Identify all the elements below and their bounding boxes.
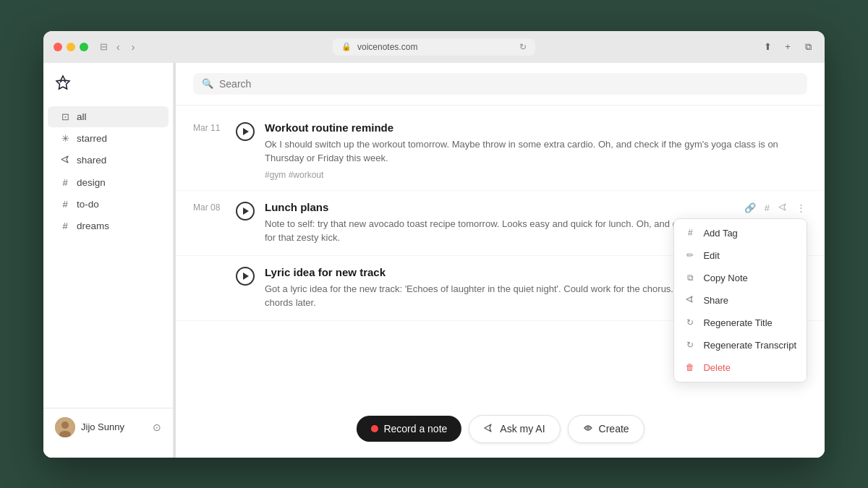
user-name: Jijo Sunny (81, 421, 124, 432)
copy-icon: ⧉ (684, 273, 696, 283)
svg-point-1 (61, 421, 69, 429)
ai-icon (484, 423, 494, 435)
list-item[interactable]: Mar 11 Workout routine reminde Ok I shou… (176, 111, 825, 191)
edit-label: Edit (703, 250, 719, 261)
traffic-lights (54, 43, 88, 51)
settings-icon[interactable]: ⊙ (153, 421, 161, 433)
sidebar-toggle-icon[interactable]: ⊟ (100, 41, 108, 52)
maximize-button[interactable] (80, 43, 88, 51)
starred-icon: ✳ (59, 133, 71, 144)
ai-label: Ask my AI (500, 423, 545, 435)
context-menu-copy[interactable]: ⧉ Copy Note (674, 267, 807, 289)
copy-label: Copy Note (703, 273, 747, 283)
context-menu: # Add Tag ✏ Edit ⧉ Copy Note (673, 218, 807, 382)
note-actions-2: 🔗 # ⋮ (743, 201, 807, 215)
nav-icons: ⊟ (100, 41, 108, 52)
note-body-1: Workout routine reminde Ok I should swit… (265, 121, 807, 180)
dreams-icon: # (59, 221, 71, 231)
app-logo (43, 74, 173, 106)
notes-list: Mar 11 Workout routine reminde Ok I shou… (176, 106, 825, 458)
minimize-button[interactable] (67, 43, 75, 51)
edit-icon: ✏ (684, 250, 696, 260)
share-icon[interactable]: ⬆ (761, 40, 774, 53)
add-tag-icon: # (684, 228, 696, 238)
note-text-1: Ok I should switch up the workout tomorr… (265, 137, 807, 166)
context-menu-share[interactable]: Share (674, 289, 807, 312)
context-menu-delete[interactable]: 🗑 Delete (674, 356, 807, 379)
play-button-1[interactable] (236, 122, 255, 141)
link-icon[interactable]: 🔗 (743, 201, 757, 215)
sidebar-item-dreams-label: dreams (77, 221, 109, 231)
play-icon-1 (243, 128, 249, 135)
sidebar-item-dreams[interactable]: # dreams (48, 215, 169, 236)
delete-icon: 🗑 (684, 362, 696, 372)
close-button[interactable] (54, 43, 62, 51)
browser-window: ⊟ ‹ › 🔒 voicenotes.com ↻ ⬆ + ⧉ (43, 31, 825, 458)
play-icon-2 (243, 207, 249, 215)
forward-button[interactable]: › (129, 40, 138, 54)
sidebar-item-all-label: all (77, 111, 87, 122)
back-button[interactable]: ‹ (114, 40, 123, 54)
create-button[interactable]: Create (568, 415, 644, 443)
lock-icon: 🔒 (341, 42, 352, 51)
todo-icon: # (59, 199, 71, 210)
tag-action-icon[interactable]: # (763, 201, 771, 215)
play-button-2[interactable] (236, 202, 255, 221)
avatar (55, 417, 75, 437)
context-menu-edit[interactable]: ✏ Edit (674, 244, 807, 267)
share-label: Share (703, 295, 728, 306)
shared-icon (59, 155, 71, 166)
play-icon-3 (243, 273, 249, 280)
record-label: Record a note (383, 423, 447, 435)
regen-transcript-icon: ↻ (684, 340, 696, 350)
sidebar-item-todo[interactable]: # to-do (48, 194, 169, 215)
search-input-wrap: 🔍 (193, 73, 807, 95)
context-menu-add-tag[interactable]: # Add Tag (674, 222, 807, 244)
bottom-toolbar: Record a note Ask my AI (356, 415, 644, 443)
sidebar: ⊡ all ✳ starred shared (43, 63, 174, 458)
tabs-icon[interactable]: ⧉ (801, 40, 814, 53)
title-bar-right: ⬆ + ⧉ (761, 40, 814, 53)
note-date-3 (193, 266, 226, 310)
sidebar-item-starred[interactable]: ✳ starred (48, 128, 169, 149)
share-action-icon[interactable] (777, 201, 789, 215)
url-text: voicenotes.com (357, 42, 417, 52)
play-button-3[interactable] (236, 267, 255, 286)
sidebar-item-design[interactable]: # design (48, 172, 169, 193)
record-button[interactable]: Record a note (356, 416, 461, 442)
regen-title-label: Regenerate Title (703, 317, 772, 328)
regen-transcript-label: Regenerate Transcript (703, 340, 796, 351)
main-content: 🔍 Mar 11 Workout routine reminde Ok I sh… (176, 63, 825, 458)
note-date-2: Mar 08 (193, 201, 226, 245)
note-title-2: Lunch plans (265, 201, 807, 213)
record-dot (370, 425, 378, 432)
sidebar-item-todo-label: to-do (77, 199, 99, 210)
address-bar[interactable]: 🔒 voicenotes.com ↻ (333, 38, 535, 56)
list-item[interactable]: Mar 08 Lunch plans Note to self: try tha… (176, 191, 825, 256)
sidebar-nav: ⊡ all ✳ starred shared (43, 106, 173, 408)
context-menu-regen-transcript[interactable]: ↻ Regenerate Transcript (674, 334, 807, 356)
sidebar-item-design-label: design (77, 177, 106, 188)
all-icon: ⊡ (59, 111, 71, 122)
regen-title-icon: ↻ (684, 317, 696, 328)
note-title-1: Workout routine reminde (265, 121, 807, 134)
sidebar-item-shared-label: shared (77, 155, 106, 166)
note-date-1: Mar 11 (193, 121, 226, 180)
search-input[interactable] (219, 78, 799, 90)
add-tab-icon[interactable]: + (781, 40, 794, 53)
add-tag-label: Add Tag (703, 228, 737, 239)
reload-icon[interactable]: ↻ (519, 42, 527, 52)
context-menu-regen-title[interactable]: ↻ Regenerate Title (674, 312, 807, 334)
design-icon: # (59, 177, 71, 188)
note-tags-1: #gym #workout (265, 170, 807, 180)
more-options-icon[interactable]: ⋮ (795, 201, 807, 215)
ask-ai-button[interactable]: Ask my AI (469, 415, 560, 443)
title-bar: ⊟ ‹ › 🔒 voicenotes.com ↻ ⬆ + ⧉ (43, 31, 825, 63)
sidebar-item-starred-label: starred (77, 133, 107, 144)
sidebar-footer: Jijo Sunny ⊙ (43, 408, 173, 446)
sidebar-item-all[interactable]: ⊡ all (48, 106, 169, 127)
create-icon (583, 423, 593, 435)
sidebar-item-shared[interactable]: shared (48, 150, 169, 171)
search-icon: 🔍 (202, 78, 213, 89)
app-body: ⊡ all ✳ starred shared (43, 63, 825, 458)
